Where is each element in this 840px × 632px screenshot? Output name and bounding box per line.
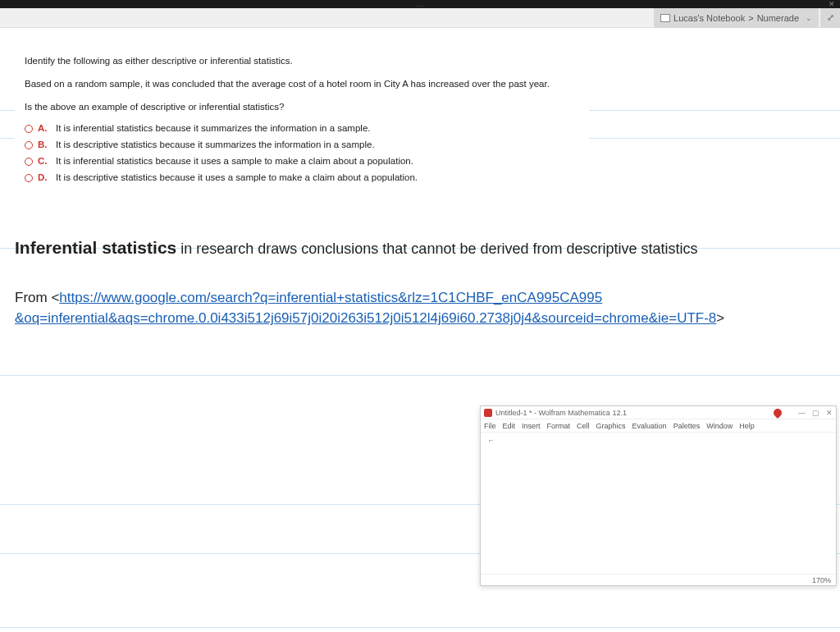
option-text: It is inferential statistics because it … bbox=[56, 156, 413, 166]
option-letter: C. bbox=[38, 156, 51, 166]
question-prompt-2: Based on a random sample, it was conclud… bbox=[25, 77, 579, 90]
option-letter: D. bbox=[38, 172, 51, 182]
content-block: Identify the following as either descrip… bbox=[15, 54, 825, 329]
note-rest: in research draws conclusions that canno… bbox=[176, 240, 697, 257]
book-icon bbox=[660, 14, 670, 22]
ruled-line bbox=[0, 375, 840, 376]
option-text: It is descriptive statistics because it … bbox=[56, 140, 375, 149]
maximize-button[interactable]: ▢ bbox=[812, 409, 819, 417]
option-letter: A. bbox=[38, 123, 51, 133]
close-icon[interactable]: ✕ bbox=[829, 0, 835, 8]
expand-icon: ⤢ bbox=[827, 12, 834, 23]
breadcrumb[interactable]: Lucas's Notebook > Numerade ⌄ bbox=[654, 8, 819, 28]
option-row[interactable]: D.It is descriptive statistics because i… bbox=[25, 172, 579, 182]
menu-palettes[interactable]: Palettes bbox=[673, 422, 701, 430]
close-button[interactable]: ✕ bbox=[826, 409, 833, 417]
menu-graphics[interactable]: Graphics bbox=[596, 422, 626, 430]
menu-cell[interactable]: Cell bbox=[577, 422, 590, 430]
toolbar: Lucas's Notebook > Numerade ⌄ ⤢ bbox=[0, 8, 840, 28]
breadcrumb-separator: > bbox=[748, 13, 753, 23]
options-list: A.It is inferential statistics because i… bbox=[25, 123, 579, 182]
radio-icon[interactable] bbox=[25, 158, 33, 166]
mathematica-icon bbox=[484, 409, 492, 417]
note-section: Inferential statistics in research draws… bbox=[15, 235, 825, 261]
question-prompt-1: Identify the following as either descrip… bbox=[25, 54, 579, 67]
source-suffix: > bbox=[716, 310, 724, 326]
window-titlebar: ... ✕ bbox=[0, 0, 840, 8]
option-text: It is inferential statistics because it … bbox=[56, 123, 371, 133]
zoom-level[interactable]: 170% bbox=[812, 576, 831, 584]
menu-file[interactable]: File bbox=[484, 422, 496, 430]
option-letter: B. bbox=[38, 140, 51, 149]
menu-evaluation[interactable]: Evaluation bbox=[632, 422, 667, 430]
source-link-line1[interactable]: https://www.google.com/search?q=inferent… bbox=[59, 290, 602, 305]
mathematica-statusbar: 170% bbox=[481, 574, 836, 585]
source-prefix: From < bbox=[15, 290, 59, 305]
menu-help[interactable]: Help bbox=[739, 422, 755, 430]
menu-insert[interactable]: Insert bbox=[522, 422, 541, 430]
mathematica-title: Untitled-1 * - Wolfram Mathematica 12.1 bbox=[495, 409, 774, 417]
question-box: Identify the following as either descrip… bbox=[15, 54, 589, 202]
cursor-indicator: ⌐ bbox=[489, 436, 493, 444]
pin-icon[interactable] bbox=[772, 406, 783, 418]
source-section: From <https://www.google.com/search?q=in… bbox=[15, 287, 825, 329]
menu-format[interactable]: Format bbox=[547, 422, 571, 430]
radio-icon[interactable] bbox=[25, 125, 33, 133]
chevron-down-icon[interactable]: ⌄ bbox=[806, 14, 812, 22]
option-row[interactable]: A.It is inferential statistics because i… bbox=[25, 123, 579, 133]
mathematica-window[interactable]: Untitled-1 * - Wolfram Mathematica 12.1 … bbox=[480, 405, 837, 586]
note-bold: Inferential statistics bbox=[15, 238, 176, 257]
ruled-line bbox=[0, 627, 840, 628]
titlebar-dots: ... bbox=[416, 1, 424, 8]
breadcrumb-notebook: Lucas's Notebook bbox=[673, 13, 745, 23]
fullscreen-button[interactable]: ⤢ bbox=[820, 8, 840, 28]
menu-edit[interactable]: Edit bbox=[503, 422, 516, 430]
minimize-button[interactable]: — bbox=[798, 409, 806, 417]
source-link-line2[interactable]: &oq=inferential&aqs=chrome.0.0i433i512j6… bbox=[15, 310, 716, 326]
mathematica-content[interactable]: ⌐ bbox=[481, 433, 836, 574]
menu-window[interactable]: Window bbox=[706, 422, 733, 430]
radio-icon[interactable] bbox=[25, 141, 33, 149]
option-row[interactable]: C.It is inferential statistics because i… bbox=[25, 156, 579, 166]
breadcrumb-page: Numerade bbox=[757, 13, 799, 23]
mathematica-titlebar[interactable]: Untitled-1 * - Wolfram Mathematica 12.1 … bbox=[481, 406, 836, 419]
radio-icon[interactable] bbox=[25, 174, 33, 182]
question-prompt-3: Is the above an example of descriptive o… bbox=[25, 100, 579, 113]
option-row[interactable]: B.It is descriptive statistics because i… bbox=[25, 140, 579, 149]
mathematica-menubar: FileEditInsertFormatCellGraphicsEvaluati… bbox=[481, 419, 836, 433]
option-text: It is descriptive statistics because it … bbox=[56, 172, 418, 182]
